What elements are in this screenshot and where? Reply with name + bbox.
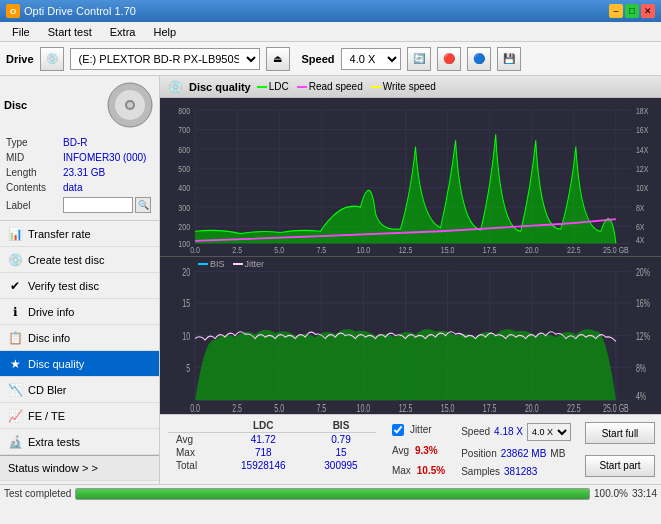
minimize-button[interactable]: – <box>609 4 623 18</box>
max-bis: 15 <box>306 446 376 459</box>
svg-text:0.0: 0.0 <box>190 402 200 414</box>
sidebar-item-fe-te[interactable]: 📈 FE / TE <box>0 403 159 429</box>
stats-table: LDC BIS Avg 41.72 0.79 Max 718 <box>168 419 376 472</box>
sidebar-item-cd-bler[interactable]: 📉 CD Bler <box>0 377 159 403</box>
svg-text:200: 200 <box>178 222 190 232</box>
svg-text:16X: 16X <box>636 126 649 136</box>
app-title: Opti Drive Control 1.70 <box>24 5 136 17</box>
close-button[interactable]: ✕ <box>641 4 655 18</box>
chart2-svg: 20 15 10 5 20% 16% 12% 8% 4% 0.0 2.5 5.0 <box>160 257 661 415</box>
jitter-legend-label: Jitter <box>245 259 265 269</box>
sidebar-status-window[interactable]: Status window > > <box>0 455 159 481</box>
chart2-legend: BIS Jitter <box>198 259 264 269</box>
svg-text:800: 800 <box>178 106 190 116</box>
svg-point-3 <box>127 102 133 108</box>
bis-legend-dot <box>198 263 208 265</box>
type-label: Type <box>6 136 61 149</box>
label-input[interactable] <box>63 197 133 213</box>
svg-text:10.0: 10.0 <box>357 245 371 255</box>
speed-area: Speed 4.18 X 4.0 X Position 23862 MB MB … <box>453 415 579 484</box>
max-label: Max <box>168 446 221 459</box>
status-percent: 100.0% <box>594 488 628 499</box>
settings-button1[interactable]: 🔴 <box>437 47 461 71</box>
sidebar-item-extra-tests[interactable]: 🔬 Extra tests <box>0 429 159 455</box>
samples-label: Samples <box>461 466 500 477</box>
drive-select[interactable]: (E:) PLEXTOR BD-R PX-LB950SA 1.06 <box>70 48 260 70</box>
status-window-label: Status window > > <box>8 462 98 474</box>
main-area: Disc Type BD-R MID INFOMER30 (000) <box>0 76 661 484</box>
disc-svg <box>105 80 155 130</box>
samples-val: 381283 <box>504 466 537 477</box>
verify-test-disc-label: Verify test disc <box>28 280 99 292</box>
total-ldc: 15928146 <box>221 459 307 472</box>
create-test-disc-icon: 💿 <box>8 253 22 267</box>
save-button[interactable]: 💾 <box>497 47 521 71</box>
title-bar: O Opti Drive Control 1.70 – □ ✕ <box>0 0 661 22</box>
contents-label: Contents <box>6 181 61 194</box>
svg-text:500: 500 <box>178 164 190 174</box>
action-buttons-area: Start full Start part <box>579 415 661 484</box>
max-jitter-val: 10.5% <box>417 465 445 476</box>
svg-text:12X: 12X <box>636 164 649 174</box>
sidebar-item-verify-test-disc[interactable]: ✔ Verify test disc <box>0 273 159 299</box>
menu-file[interactable]: File <box>4 24 38 40</box>
write-speed-legend-label: Write speed <box>383 81 436 92</box>
disc-panel: Disc Type BD-R MID INFOMER30 (000) <box>0 76 159 221</box>
avg-row: Avg 41.72 0.79 <box>168 433 376 447</box>
svg-text:15.0: 15.0 <box>441 245 455 255</box>
start-part-button[interactable]: Start part <box>585 455 655 477</box>
svg-text:2.5: 2.5 <box>232 245 242 255</box>
svg-text:6X: 6X <box>636 222 645 232</box>
position-label: Position <box>461 448 497 459</box>
refresh-button[interactable]: 🔄 <box>407 47 431 71</box>
svg-text:22.5: 22.5 <box>567 402 581 414</box>
label-search-button[interactable]: 🔍 <box>135 197 151 213</box>
svg-text:2.5: 2.5 <box>232 402 242 414</box>
sidebar-item-drive-info[interactable]: ℹ Drive info <box>0 299 159 325</box>
sidebar-item-transfer-rate[interactable]: 📊 Transfer rate <box>0 221 159 247</box>
speed-stat-select[interactable]: 4.0 X <box>527 423 571 441</box>
svg-text:7.5: 7.5 <box>316 245 326 255</box>
menu-start-test[interactable]: Start test <box>40 24 100 40</box>
stats-bar: LDC BIS Avg 41.72 0.79 Max 718 <box>160 414 661 484</box>
sidebar-item-disc-info[interactable]: 📋 Disc info <box>0 325 159 351</box>
svg-text:5.0: 5.0 <box>274 402 284 414</box>
svg-text:15.0: 15.0 <box>441 402 455 414</box>
extra-tests-icon: 🔬 <box>8 435 22 449</box>
content-area: 💿 Disc quality LDC Read speed Write spee… <box>160 76 661 484</box>
svg-text:16%: 16% <box>636 297 650 309</box>
drive-icon-btn[interactable]: 💿 <box>40 47 64 71</box>
svg-text:17.5: 17.5 <box>483 245 497 255</box>
menu-extra[interactable]: Extra <box>102 24 144 40</box>
settings-button2[interactable]: 🔵 <box>467 47 491 71</box>
drive-info-icon: ℹ <box>8 305 22 319</box>
content-title: Disc quality <box>189 81 251 93</box>
sidebar-item-disc-quality[interactable]: ★ Disc quality <box>0 351 159 377</box>
menu-help[interactable]: Help <box>145 24 184 40</box>
svg-text:8X: 8X <box>636 203 645 213</box>
svg-text:12.5: 12.5 <box>399 402 413 414</box>
bis-col-header: BIS <box>306 419 376 433</box>
sidebar-item-create-test-disc[interactable]: 💿 Create test disc <box>0 247 159 273</box>
stats-table-area: LDC BIS Avg 41.72 0.79 Max 718 <box>160 415 384 484</box>
ldc-legend-dot <box>257 86 267 88</box>
contents-value: data <box>63 181 153 194</box>
svg-text:8%: 8% <box>636 362 646 374</box>
disc-info-icon: 📋 <box>8 331 22 345</box>
speed-stat-label: Speed <box>461 426 490 437</box>
jitter-checkbox[interactable] <box>392 424 404 436</box>
svg-text:14X: 14X <box>636 145 649 155</box>
max-ldc: 718 <box>221 446 307 459</box>
drive-label: Drive <box>6 53 34 65</box>
maximize-button[interactable]: □ <box>625 4 639 18</box>
menu-bar: File Start test Extra Help <box>0 22 661 42</box>
svg-text:5: 5 <box>186 362 190 374</box>
status-text: Test completed <box>4 488 71 499</box>
speed-select[interactable]: 4.0 X <box>341 48 401 70</box>
eject-button[interactable]: ⏏ <box>266 47 290 71</box>
start-full-button[interactable]: Start full <box>585 422 655 444</box>
status-bar: Test completed 100.0% 33:14 <box>0 484 661 502</box>
position-val: 23862 MB <box>501 448 547 459</box>
status-time: 33:14 <box>632 488 657 499</box>
extra-tests-label: Extra tests <box>28 436 80 448</box>
